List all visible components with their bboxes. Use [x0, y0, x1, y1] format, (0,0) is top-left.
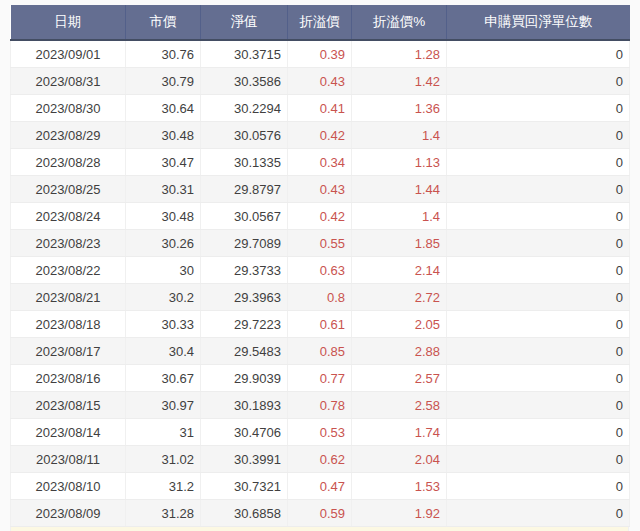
cell-date: 2023/08/28 — [11, 149, 126, 176]
table-row: 2023/08/2130.229.39630.82.720 — [11, 284, 630, 311]
cell-nav: 29.5483 — [201, 338, 288, 365]
cell-premium: 0.61 — [288, 311, 352, 338]
cell-premium_pct: 1.42 — [352, 68, 447, 95]
cell-net_units: 0 — [447, 365, 630, 392]
cell-premium: 0.78 — [288, 392, 352, 419]
column-header-nav: 淨值 — [201, 5, 288, 40]
cell-date: 2023/08/14 — [11, 419, 126, 446]
cell-price: 30.64 — [126, 95, 201, 122]
cell-nav: 29.9039 — [201, 365, 288, 392]
table-row: 2023/08/1830.3329.72230.612.050 — [11, 311, 630, 338]
cell-date: 2023/08/29 — [11, 122, 126, 149]
cell-premium_pct: 1.13 — [352, 149, 447, 176]
partial-highlighted-row — [10, 527, 629, 531]
cell-net_units: 0 — [447, 122, 630, 149]
cell-nav: 30.0576 — [201, 122, 288, 149]
cell-premium_pct: 2.58 — [352, 392, 447, 419]
cell-date: 2023/08/09 — [11, 500, 126, 527]
cell-date: 2023/09/01 — [11, 40, 126, 68]
column-header-premium_pct: 折溢價% — [352, 5, 447, 40]
table-row: 2023/08/1131.0230.39910.622.040 — [11, 446, 630, 473]
cell-premium_pct: 2.57 — [352, 365, 447, 392]
cell-premium: 0.42 — [288, 122, 352, 149]
cell-nav: 30.1893 — [201, 392, 288, 419]
table-row: 2023/08/3030.6430.22940.411.360 — [11, 95, 630, 122]
cell-price: 31 — [126, 419, 201, 446]
column-header-price: 市價 — [126, 5, 201, 40]
cell-premium_pct: 1.4 — [352, 122, 447, 149]
cell-premium: 0.59 — [288, 500, 352, 527]
cell-net_units: 0 — [447, 230, 630, 257]
cell-premium_pct: 2.05 — [352, 311, 447, 338]
cell-premium_pct: 2.72 — [352, 284, 447, 311]
cell-date: 2023/08/10 — [11, 473, 126, 500]
cell-date: 2023/08/23 — [11, 230, 126, 257]
cell-net_units: 0 — [447, 149, 630, 176]
cell-net_units: 0 — [447, 311, 630, 338]
cell-premium: 0.55 — [288, 230, 352, 257]
cell-premium_pct: 1.28 — [352, 40, 447, 68]
cell-premium: 0.77 — [288, 365, 352, 392]
cell-price: 31.2 — [126, 473, 201, 500]
cell-price: 30.79 — [126, 68, 201, 95]
cell-premium: 0.39 — [288, 40, 352, 68]
cell-price: 30.48 — [126, 122, 201, 149]
quote-table-container: 日期市價淨值折溢價折溢價%申購買回淨單位數 2023/09/0130.7630.… — [0, 0, 640, 531]
cell-premium_pct: 2.14 — [352, 257, 447, 284]
cell-net_units: 0 — [447, 284, 630, 311]
cell-nav: 30.4706 — [201, 419, 288, 446]
cell-premium_pct: 2.04 — [352, 446, 447, 473]
cell-price: 30.48 — [126, 203, 201, 230]
cell-price: 30.2 — [126, 284, 201, 311]
cell-nav: 29.8797 — [201, 176, 288, 203]
table-row: 2023/08/0931.2830.68580.591.920 — [11, 500, 630, 527]
cell-premium: 0.43 — [288, 176, 352, 203]
cell-net_units: 0 — [447, 338, 630, 365]
cell-premium: 0.42 — [288, 203, 352, 230]
cell-date: 2023/08/15 — [11, 392, 126, 419]
cell-net_units: 0 — [447, 40, 630, 68]
table-row: 2023/08/2430.4830.05670.421.40 — [11, 203, 630, 230]
table-row: 2023/08/1031.230.73210.471.530 — [11, 473, 630, 500]
cell-price: 30 — [126, 257, 201, 284]
cell-nav: 30.6858 — [201, 500, 288, 527]
cell-premium: 0.47 — [288, 473, 352, 500]
cell-nav: 30.3715 — [201, 40, 288, 68]
cell-premium: 0.43 — [288, 68, 352, 95]
cell-net_units: 0 — [447, 392, 630, 419]
cell-premium_pct: 1.74 — [352, 419, 447, 446]
cell-date: 2023/08/16 — [11, 365, 126, 392]
cell-nav: 30.2294 — [201, 95, 288, 122]
cell-premium: 0.53 — [288, 419, 352, 446]
cell-price: 30.97 — [126, 392, 201, 419]
table-row: 2023/08/1630.6729.90390.772.570 — [11, 365, 630, 392]
cell-premium: 0.63 — [288, 257, 352, 284]
cell-net_units: 0 — [447, 203, 630, 230]
cell-nav: 29.3963 — [201, 284, 288, 311]
table-row: 2023/08/2830.4730.13350.341.130 — [11, 149, 630, 176]
cell-date: 2023/08/31 — [11, 68, 126, 95]
column-header-date: 日期 — [11, 5, 126, 40]
cell-premium_pct: 1.53 — [352, 473, 447, 500]
cell-premium_pct: 1.36 — [352, 95, 447, 122]
table-row: 2023/08/1730.429.54830.852.880 — [11, 338, 630, 365]
cell-net_units: 0 — [447, 446, 630, 473]
cell-nav: 29.7223 — [201, 311, 288, 338]
cell-net_units: 0 — [447, 419, 630, 446]
cell-nav: 30.1335 — [201, 149, 288, 176]
column-header-net_units: 申購買回淨單位數 — [447, 5, 630, 40]
table-row: 2023/08/2930.4830.05760.421.40 — [11, 122, 630, 149]
cell-premium: 0.85 — [288, 338, 352, 365]
cell-date: 2023/08/11 — [11, 446, 126, 473]
cell-nav: 30.3586 — [201, 68, 288, 95]
cell-price: 30.33 — [126, 311, 201, 338]
cell-price: 31.02 — [126, 446, 201, 473]
table-row: 2023/08/1530.9730.18930.782.580 — [11, 392, 630, 419]
column-header-premium: 折溢價 — [288, 5, 352, 40]
cell-date: 2023/08/18 — [11, 311, 126, 338]
cell-net_units: 0 — [447, 68, 630, 95]
cell-date: 2023/08/22 — [11, 257, 126, 284]
cell-price: 30.26 — [126, 230, 201, 257]
cell-price: 30.76 — [126, 40, 201, 68]
cell-date: 2023/08/24 — [11, 203, 126, 230]
